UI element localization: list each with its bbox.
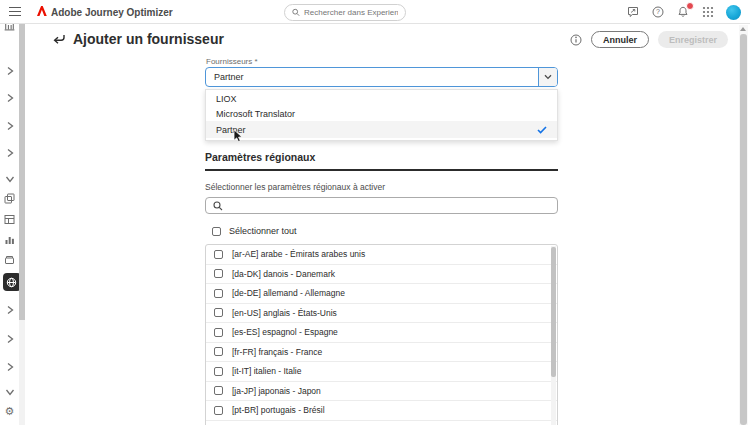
chevron-right-icon[interactable] <box>0 148 19 158</box>
chevron-down-icon[interactable] <box>0 174 19 184</box>
locale-label: [pt-BR] portugais - Brésil <box>232 405 325 415</box>
chevron-right-icon[interactable] <box>0 93 19 103</box>
provider-selected-value: Partner <box>206 68 538 86</box>
provider-option-label: Partner <box>216 125 246 135</box>
product-name: Adobe Journey Optimizer <box>51 7 173 18</box>
locale-checkbox[interactable] <box>214 367 223 376</box>
locale-checkbox[interactable] <box>214 406 223 415</box>
locale-label: [fr-FR] français - France <box>232 347 322 357</box>
search-icon <box>292 8 300 17</box>
global-search[interactable] <box>284 4 406 21</box>
locale-checkbox[interactable] <box>214 289 223 298</box>
select-all-label: Sélectionner tout <box>229 226 297 236</box>
chevron-right-icon[interactable] <box>0 66 19 76</box>
select-all-row[interactable]: Sélectionner tout <box>212 226 297 236</box>
locales-helper-label: Sélectionner les paramètres régionaux à … <box>205 182 385 192</box>
locale-label: [ja-JP] japonais - Japon <box>232 386 321 396</box>
locale-checkbox[interactable] <box>214 386 223 395</box>
locale-label: [de-DE] allemand - Allemagne <box>232 288 345 298</box>
provider-field-label: Fournisseurs * <box>206 57 258 66</box>
search-icon <box>213 201 223 211</box>
folders-icon[interactable] <box>0 254 19 265</box>
locale-row[interactable]: [en-US] anglais - États-Unis <box>206 304 557 324</box>
locale-row[interactable]: [ar-AE] arabe - Émirats arabes unis <box>206 245 557 265</box>
section-title: Paramètres régionaux <box>205 151 315 163</box>
locale-row[interactable]: [de-DE] allemand - Allemagne <box>206 284 557 304</box>
selected-nav-highlight <box>3 273 21 291</box>
provider-option[interactable]: Partner <box>206 121 557 138</box>
locale-search-box[interactable] <box>205 197 558 214</box>
help-icon[interactable]: ? <box>651 6 664 19</box>
chevron-right-icon[interactable] <box>0 305 19 315</box>
locale-label: [en-US] anglais - États-Unis <box>232 308 337 318</box>
table-icon[interactable] <box>0 214 19 225</box>
list-scrollbar-thumb[interactable] <box>551 247 556 377</box>
locale-label: [ar-AE] arabe - Émirats arabes unis <box>232 249 365 259</box>
back-arrow-icon[interactable] <box>52 33 66 46</box>
page-title: Ajouter un fournisseur <box>73 31 224 47</box>
chevron-right-icon[interactable] <box>0 362 19 372</box>
top-bar: Adobe Journey Optimizer ? <box>0 0 750 24</box>
app-switcher-icon[interactable] <box>701 6 714 19</box>
locale-row[interactable]: [fr-FR] français - France <box>206 343 557 363</box>
locale-label: [it-IT] italien - Italie <box>232 366 301 376</box>
svg-text:?: ? <box>656 8 660 15</box>
checkmark-icon <box>537 126 547 134</box>
info-icon[interactable] <box>570 34 582 46</box>
chevron-right-icon[interactable] <box>0 334 19 344</box>
locale-row[interactable]: [ja-JP] japonais - Japon <box>206 382 557 402</box>
section-divider <box>205 169 558 171</box>
provider-dropdown-menu: LIOX Microsoft Translator Partner <box>205 89 558 141</box>
scroll-up-arrow-icon[interactable] <box>740 27 746 31</box>
locale-checkbox[interactable] <box>214 250 223 259</box>
avatar[interactable] <box>726 5 741 20</box>
save-button[interactable]: Enregistrer <box>658 31 728 48</box>
locale-row[interactable]: [it-IT] italien - Italie <box>206 362 557 382</box>
feedback-icon[interactable] <box>626 6 639 19</box>
notifications-bell-icon[interactable] <box>676 6 689 19</box>
locale-checkbox[interactable] <box>214 347 223 356</box>
cancel-button[interactable]: Annuler <box>591 31 649 48</box>
select-all-checkbox[interactable] <box>212 227 221 236</box>
locale-list: [ar-AE] arabe - Émirats arabes unis [da-… <box>205 244 558 425</box>
notification-badge <box>686 2 694 10</box>
provider-option[interactable]: LIOX <box>206 91 557 106</box>
provider-option[interactable]: Microsoft Translator <box>206 106 557 121</box>
locale-search-input[interactable] <box>228 201 557 211</box>
provider-option-label: LIOX <box>216 94 237 104</box>
locale-checkbox[interactable] <box>214 328 223 337</box>
sidebar-scrollbar-thumb[interactable] <box>19 24 25 320</box>
chart-icon[interactable] <box>0 234 19 245</box>
cards-icon[interactable] <box>0 193 19 204</box>
gear-icon[interactable]: ⚙ <box>0 406 19 417</box>
provider-select[interactable]: Partner <box>205 67 558 87</box>
locale-row[interactable]: [da-DK] danois - Danemark <box>206 265 557 285</box>
adobe-logo <box>37 6 48 16</box>
locale-label: [es-ES] espagnol - Espagne <box>232 327 338 337</box>
page-scrollbar-thumb[interactable] <box>740 34 747 425</box>
locale-row[interactable]: [es-ES] espagnol - Espagne <box>206 323 557 343</box>
locale-checkbox[interactable] <box>214 308 223 317</box>
search-input[interactable] <box>304 8 398 17</box>
locale-row[interactable]: [pt-BR] portugais - Brésil <box>206 401 557 421</box>
provider-option-label: Microsoft Translator <box>216 109 295 119</box>
menu-icon[interactable] <box>9 7 21 17</box>
locale-checkbox[interactable] <box>214 269 223 278</box>
locale-label: [da-DK] danois - Danemark <box>232 269 335 279</box>
chevron-right-icon[interactable] <box>0 121 19 131</box>
chevron-down-icon[interactable] <box>0 387 19 397</box>
chevron-down-icon[interactable] <box>538 68 557 86</box>
